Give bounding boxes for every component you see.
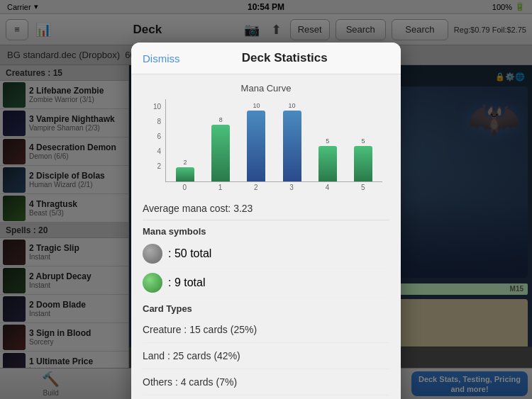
modal-body: Mana Curve 10 8 6 4 2 2 (131, 74, 401, 399)
dismiss-button[interactable]: Dismiss (143, 52, 180, 64)
bar-value-4: 5 (326, 137, 329, 145)
bar-value-2: 10 (253, 102, 260, 109)
x-label-4: 4 (311, 184, 343, 191)
modal-header: Dismiss Deck Statistics (131, 43, 401, 74)
bar-3 (283, 111, 301, 181)
x-label-5: 5 (347, 184, 379, 191)
x-label-1: 1 (204, 184, 236, 191)
mana-row-green: : 9 total (143, 269, 389, 298)
card-type-creature: Creature : 15 cards (25%) (143, 317, 389, 343)
x-label-3: 3 (275, 184, 308, 191)
mana-green-count: : 9 total (168, 276, 205, 289)
mana-row-grey: : 50 total (143, 240, 389, 269)
bar-0 (176, 167, 194, 181)
bar-5 (354, 146, 372, 181)
card-type-others: Others : 4 cards (7%) (143, 369, 389, 395)
mana-green-symbol (143, 273, 162, 293)
y-label-4: 4 (157, 147, 161, 155)
x-label-2: 2 (240, 184, 272, 191)
modal-dialog: Dismiss Deck Statistics Mana Curve 10 8 … (131, 43, 401, 399)
card-types-title: Card Types (143, 298, 389, 317)
y-label-6: 6 (157, 133, 161, 140)
y-label-2: 2 (157, 162, 161, 170)
card-type-land: Land : 25 cards (42%) (143, 343, 389, 369)
y-label-8: 8 (157, 118, 161, 125)
mana-symbols-title: Mana symbols (143, 220, 389, 240)
bar-value-1: 8 (219, 116, 223, 123)
bar-4 (318, 146, 337, 181)
y-label-10: 10 (153, 103, 161, 111)
modal-overlay[interactable]: Dismiss Deck Statistics Mana Curve 10 8 … (0, 0, 532, 399)
chart-title: Mana Curve (143, 83, 389, 94)
mana-grey-symbol (143, 244, 162, 264)
bar-value-5: 5 (361, 137, 365, 145)
chart-bars: 2 8 10 10 (165, 99, 382, 182)
bar-1 (211, 125, 230, 181)
avg-mana-cost: Average mana cost: 3.23 (143, 197, 389, 220)
x-label-0: 0 (168, 184, 201, 191)
card-type-spell: Spell : 16 cards (27%) (143, 395, 389, 399)
bar-2 (247, 111, 265, 181)
bar-value-0: 2 (184, 159, 187, 166)
chart-x-labels: 0 1 2 3 4 5 (165, 182, 382, 191)
bar-value-3: 10 (289, 102, 296, 109)
modal-title: Deck Statistics (180, 51, 390, 65)
mana-grey-count: : 50 total (168, 247, 211, 260)
